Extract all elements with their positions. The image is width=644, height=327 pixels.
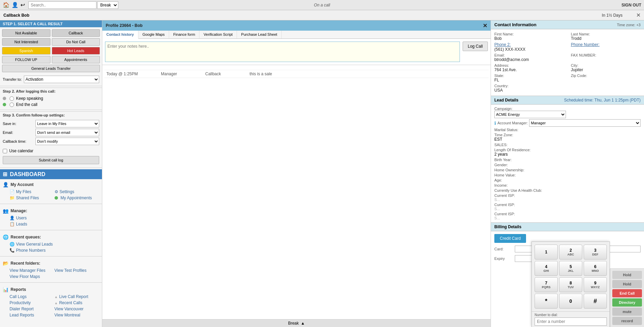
view-montreal-link[interactable]: View Montreal	[55, 312, 100, 318]
mute-button[interactable]: mute	[612, 308, 642, 316]
number-input[interactable]	[535, 317, 607, 326]
step2-keep-speaking[interactable]: Keep speaking	[3, 95, 99, 102]
not-interested-btn[interactable]: Not Interested	[2, 38, 50, 46]
view-manager-files-link[interactable]: View Manager Files	[10, 267, 55, 274]
leads-link[interactable]: 📋 Leads	[10, 221, 99, 227]
spanish-btn[interactable]: Spanish	[2, 47, 50, 54]
hold-button-2[interactable]: Hold	[612, 280, 642, 288]
step3-header: Step 3. Confirm follow-up settings:	[0, 111, 102, 119]
view-vancouver-link[interactable]: View Vancouver	[55, 306, 100, 312]
do-not-call-btn[interactable]: Do Not Call	[52, 38, 100, 46]
record-button[interactable]: record	[612, 317, 642, 325]
view-floor-maps-link[interactable]: View Floor Maps	[10, 274, 55, 280]
icon-back[interactable]: ↩	[20, 2, 25, 8]
dial-3[interactable]: 3 DEF	[584, 245, 607, 260]
users-link[interactable]: 👤 Users	[10, 215, 99, 221]
last-name-label: Last Name:	[571, 32, 641, 36]
isp3-field: Current ISP: S...	[494, 212, 566, 220]
income-field: Income:	[494, 183, 566, 187]
settings-link[interactable]: ⚙ Settings	[55, 189, 100, 195]
tab-google-maps[interactable]: Google Maps	[138, 31, 169, 38]
notes-input[interactable]	[105, 42, 460, 62]
search-input[interactable]	[28, 1, 96, 9]
dial-hash[interactable]: #	[584, 294, 607, 309]
recent-calls-link[interactable]: ▲ Recent Calls	[55, 300, 100, 306]
hold-button-1[interactable]: Hold	[612, 271, 642, 279]
break-select[interactable]: Break	[97, 1, 118, 9]
dial-2[interactable]: 2 ABC	[559, 245, 582, 260]
dial-4[interactable]: 4 GHI	[535, 261, 558, 276]
email-value: btrodd@acme.com	[494, 57, 564, 62]
reports-section: 📊 Reports Call Logs ▲ Live Call Report P…	[0, 284, 102, 320]
dial-9[interactable]: 9 WXYZ	[584, 277, 607, 292]
phone-numbers-link[interactable]: 📞 Phone Numbers	[10, 247, 99, 253]
use-calendar-row[interactable]: Use calendar	[0, 148, 102, 154]
save-in-select[interactable]: Leave in My Files	[35, 120, 99, 127]
dialer-report-link[interactable]: Dialer Report	[10, 306, 55, 312]
dial-6[interactable]: 6 MNO	[584, 261, 607, 276]
dial-1[interactable]: 1	[535, 245, 558, 260]
tab-verification-script[interactable]: Verification Script	[199, 31, 237, 38]
campaign-select[interactable]: ACME Energy	[494, 111, 566, 118]
tab-contact-history[interactable]: Contact history	[102, 31, 138, 39]
recent-queues-title: 🌐 Recent queues:	[3, 233, 99, 241]
row-date: Today @ 1:25PM	[106, 72, 158, 76]
step2-end-call[interactable]: End the call	[3, 102, 99, 108]
fax-label: FAX NUMBER:	[571, 53, 641, 57]
callback-time-select[interactable]: Don't modify	[35, 138, 99, 145]
general-leads-btn[interactable]: General Leads Transfer	[2, 65, 100, 72]
email-select[interactable]: Don't send an email	[35, 129, 99, 136]
sign-out-button[interactable]: SIGN OUT	[621, 3, 641, 7]
age-field: Age:	[494, 178, 566, 182]
phone-number-link[interactable]: Phone Number:	[571, 42, 641, 47]
city-label: City:	[571, 63, 641, 67]
use-calendar-checkbox[interactable]	[3, 149, 7, 153]
profile-close-button[interactable]: ✕	[483, 22, 487, 29]
credit-card-button[interactable]: Credit Card	[494, 234, 526, 243]
phone-icon: 📞	[10, 248, 15, 253]
live-call-report-link[interactable]: ▲ Live Call Report	[55, 294, 100, 300]
end-call-radio[interactable]	[10, 103, 14, 107]
campaign-field: Campaign: ACME Energy	[494, 107, 566, 118]
view-general-leads-link[interactable]: 🌐 View General Leads	[10, 241, 99, 247]
dial-5[interactable]: 5 JKL	[559, 261, 582, 276]
dial-0[interactable]: 0	[559, 294, 582, 309]
phone2-link[interactable]: Phone 2:	[494, 42, 564, 47]
not-available-btn[interactable]: Not Available	[2, 29, 50, 37]
view-test-profiles-link[interactable]: View Test Profiles	[55, 267, 100, 274]
health-club-field: Currently Use A Health Club:	[494, 188, 641, 192]
contact-grid: First Name: Bob Last Name: Trodd Phone 2…	[491, 29, 644, 96]
shared-files-link[interactable]: 📁 Shared Files	[10, 195, 55, 201]
zip-label: Zip Code:	[571, 74, 641, 78]
country-group: Country: USA	[494, 84, 509, 93]
submit-call-log-button[interactable]: Submit call log	[3, 156, 99, 164]
dial-star[interactable]: *	[535, 294, 558, 309]
bottom-chevron[interactable]: ▲	[301, 321, 305, 326]
follow-up-btn[interactable]: FOLLOW UP	[2, 56, 50, 63]
icon-user[interactable]: 👤	[12, 2, 18, 8]
appointments-btn[interactable]: Appointments	[52, 56, 100, 63]
tab-finance-form[interactable]: Finance form	[169, 31, 199, 38]
home-value-field: Home Value:	[494, 173, 566, 177]
dial-7[interactable]: 7 PQRS	[535, 277, 558, 292]
hot-leads-btn[interactable]: Hot Leads	[52, 47, 100, 54]
dial-8[interactable]: 8 TUV	[559, 277, 582, 292]
callback-btn[interactable]: Callback	[52, 29, 100, 37]
folders-icon: 📂	[3, 261, 9, 266]
end-call-button[interactable]: End Call	[612, 289, 642, 297]
tab-purchase-lead-sheet[interactable]: Purchase Lead Sheet	[237, 31, 282, 38]
keep-speaking-radio[interactable]	[10, 96, 14, 101]
lead-reports-link[interactable]: Lead Reports	[10, 312, 55, 318]
account-manager-select[interactable]: Manager	[529, 119, 641, 127]
close-button[interactable]: ✕	[636, 12, 641, 18]
queues-icon: 🌐	[3, 234, 9, 240]
log-call-button[interactable]: Log Call	[463, 42, 488, 51]
my-files-link[interactable]: 📄 My Files	[10, 189, 55, 195]
productivity-link[interactable]: Productivity	[10, 300, 55, 306]
my-appointments-link[interactable]: My Appointments	[55, 195, 100, 201]
directory-button[interactable]: Directory	[612, 298, 642, 307]
call-logs-link[interactable]: Call Logs	[10, 294, 55, 300]
timezone-value: EST	[494, 137, 566, 142]
transfer-select[interactable]: Activation	[24, 76, 99, 83]
icon-home[interactable]: 🏠	[3, 2, 10, 8]
